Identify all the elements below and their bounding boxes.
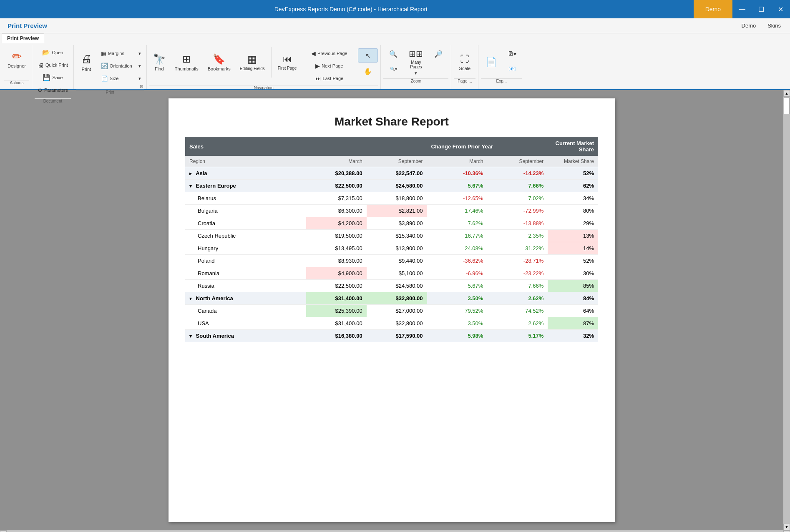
march-change-cell: 7.62%	[427, 217, 488, 230]
table-row: ▾ Eastern Europe $22,500.00 $24,580.00 5…	[185, 180, 598, 192]
zoom-out-button[interactable]: 🔎	[428, 47, 448, 61]
cursor-tool-button[interactable]: ↖	[358, 48, 378, 63]
many-pages-button[interactable]: ⊞⊞ Many Pages ▾	[404, 47, 428, 78]
scale-button[interactable]: ⛶ Scale	[454, 47, 476, 78]
h-scroll-track[interactable]	[7, 530, 783, 532]
hand-tool-button[interactable]: ✋	[358, 64, 378, 78]
zoom-dropdown-button[interactable]: 🔍▾	[383, 62, 403, 76]
september-cell: $22,547.00	[367, 167, 427, 180]
region-cell: Belarus	[185, 192, 306, 205]
september-cell: $24,580.00	[367, 180, 427, 192]
page-setup-expand[interactable]: ⊡	[140, 84, 143, 89]
march-col-header: March	[306, 156, 367, 167]
size-dropdown-icon: ▾	[138, 76, 141, 81]
find-button[interactable]: 🔭 Find	[149, 47, 169, 78]
report-table: Sales Change From Prior Year Current Mar…	[185, 137, 598, 342]
designer-button[interactable]: ✏ Designer	[4, 45, 29, 79]
send-pdf-button[interactable]: 📧	[502, 62, 522, 76]
hand-icon: ✋	[364, 68, 372, 75]
scroll-right-button[interactable]: ▶	[783, 530, 790, 532]
september-change-col-header: September	[487, 156, 548, 167]
march-cell: $4,900.00	[306, 267, 367, 280]
scroll-down-button[interactable]: ▼	[783, 524, 790, 530]
close-button[interactable]: ✕	[771, 0, 790, 18]
margins-button[interactable]: ▦ Margins ▾	[98, 48, 144, 59]
editing-fields-button[interactable]: ▦ Editing Fields	[236, 47, 269, 78]
march-cell: $22,500.00	[306, 280, 367, 292]
expand-icon[interactable]: ▾	[189, 296, 192, 301]
september-change-cell: -23.22%	[487, 267, 548, 280]
september-cell: $5,100.00	[367, 267, 427, 280]
size-button[interactable]: 📄 Size ▾	[98, 73, 144, 84]
many-pages-icon: ⊞⊞	[409, 49, 423, 59]
print-button[interactable]: 🖨 Print	[76, 47, 96, 78]
export-pdf-button[interactable]: 📄	[481, 47, 501, 78]
ribbon-tab-print-preview[interactable]: Print Preview	[2, 33, 44, 43]
open-button[interactable]: 📂 Open	[35, 47, 71, 58]
bottom-scrollbar: ◀ ▶	[0, 530, 790, 532]
market-share-header: Current Market Share	[548, 137, 598, 156]
expand-icon[interactable]: ▸	[189, 171, 192, 176]
save-button[interactable]: 💾 Save	[35, 72, 71, 83]
ribbon-content: ✏ Designer Actions 📂 Open 🖨 Quick Print …	[0, 43, 790, 89]
size-icon: 📄	[101, 75, 108, 82]
scroll-left-button[interactable]: ◀	[0, 530, 7, 532]
menu-item-demo[interactable]: Demo	[737, 21, 761, 30]
region-cell: Czech Republic	[185, 230, 306, 242]
navigation-group-label: Navigation	[149, 85, 378, 90]
demo-tab[interactable]: Demo	[694, 0, 732, 18]
minimize-button[interactable]: —	[732, 0, 752, 18]
march-change-cell: 3.50%	[427, 292, 488, 305]
region-cell: USA	[185, 317, 306, 330]
region-cell: Bulgaria	[185, 205, 306, 217]
september-col-header: September	[367, 156, 427, 167]
page-scroll[interactable]: Market Share Report Sales Change From Pr…	[0, 90, 783, 530]
parameters-button[interactable]: ⚙ Parameters	[35, 84, 71, 96]
previous-page-button[interactable]: ◀ Previous Page	[302, 48, 356, 59]
march-cell: $25,390.00	[306, 305, 367, 317]
scroll-up-button[interactable]: ▲	[783, 90, 790, 97]
orientation-icon: 🔄	[101, 63, 108, 69]
region-cell: ▸ Asia	[185, 167, 306, 180]
zoom-dropdown-icon: 🔍▾	[390, 67, 397, 71]
september-change-cell: -72.99%	[487, 205, 548, 217]
market-share-cell: 52%	[548, 167, 598, 180]
march-cell: $31,400.00	[306, 317, 367, 330]
region-cell: Poland	[185, 255, 306, 267]
first-page-icon: ⏮	[283, 54, 292, 65]
scroll-thumb[interactable]	[784, 98, 790, 114]
change-header: Change From Prior Year	[427, 137, 548, 156]
quick-print-button[interactable]: 🖨 Quick Print	[35, 59, 71, 71]
thumbnails-icon: ⊞	[182, 53, 191, 65]
orientation-button[interactable]: 🔄 Orientation ▾	[98, 60, 144, 72]
scale-icon: ⛶	[460, 54, 469, 65]
thumbnails-button[interactable]: ⊞ Thumbnails	[171, 47, 202, 78]
last-page-button[interactable]: ⏭ Last Page	[302, 73, 356, 84]
march-cell: $6,300.00	[306, 205, 367, 217]
september-change-cell: 31.22%	[487, 242, 548, 255]
table-row: USA $31,400.00 $32,800.00 3.50% 2.62% 87…	[185, 317, 598, 330]
march-cell: $16,380.00	[306, 330, 367, 342]
first-page-button[interactable]: ⏮ First Page	[274, 47, 301, 78]
september-cell: $3,890.00	[367, 217, 427, 230]
next-page-button[interactable]: ▶ Next Page	[302, 60, 356, 72]
expand-icon[interactable]: ▾	[189, 334, 192, 339]
region-cell: ▾ South America	[185, 330, 306, 342]
bookmarks-button[interactable]: 🔖 Bookmarks	[204, 47, 234, 78]
table-header-main: Sales Change From Prior Year Current Mar…	[185, 137, 598, 156]
march-change-cell: 5.67%	[427, 180, 488, 192]
ribbon-group-print: 🖨 Print ▦ Margins ▾ 🔄 Orientation ▾	[74, 45, 147, 89]
market-share-cell: 52%	[548, 255, 598, 267]
zoom-in-button[interactable]: 🔍	[383, 47, 403, 61]
march-cell: $20,388.00	[306, 167, 367, 180]
right-scrollbar[interactable]: ▲ ▼	[783, 90, 790, 530]
expand-icon[interactable]: ▾	[189, 183, 192, 188]
region-col-header: Region	[185, 156, 306, 167]
report-title: Market Share Report	[185, 115, 598, 128]
export-options-button[interactable]: 🖹▾	[502, 47, 522, 61]
september-change-cell: -13.88%	[487, 217, 548, 230]
maximize-button[interactable]: ☐	[752, 0, 771, 18]
menu-item-skins[interactable]: Skins	[762, 21, 786, 30]
ribbon-tabs: Print Preview	[0, 33, 790, 43]
save-icon: 💾	[43, 74, 50, 81]
